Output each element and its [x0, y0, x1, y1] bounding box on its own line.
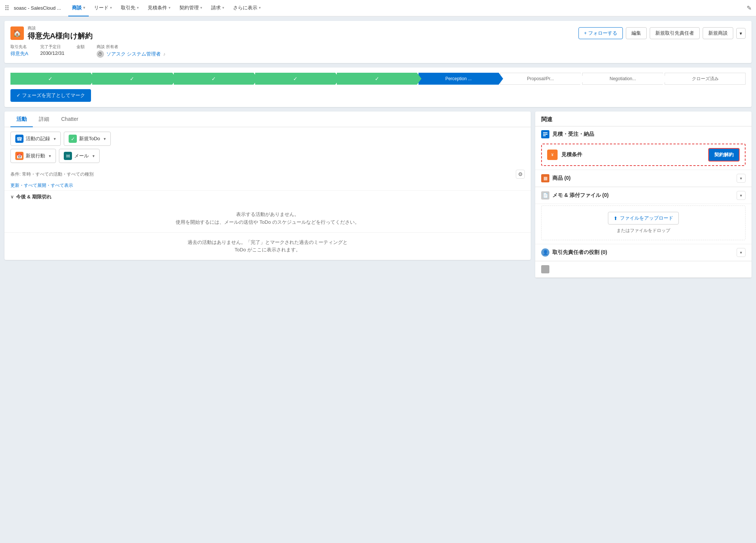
chevron-down-icon: ▾ [83, 6, 85, 10]
log-activity-icon: ☎ [15, 135, 23, 143]
stage-item-closed[interactable]: クローズ済み [665, 73, 746, 85]
check-icon: ✓ [293, 76, 298, 82]
tab-activity[interactable]: 活動 [10, 112, 33, 127]
stage-item-1[interactable]: ✓ [10, 73, 91, 85]
new-todo-button[interactable]: ✓ 新規ToDo ▾ [64, 132, 111, 146]
nav-item-account[interactable]: 取引先 ▾ [117, 0, 142, 16]
activity-action-bar: ☎ 活動の記録 ▾ ✓ 新規ToDo ▾ 📅 新規行動 [4, 127, 531, 167]
chevron-down-icon: ▾ [222, 6, 224, 10]
future-section-header: ∨ 今後 & 期限切れ [4, 190, 531, 203]
tab-detail[interactable]: 詳細 [33, 112, 55, 127]
new-event-button[interactable]: 📅 新規行動 ▾ [10, 149, 56, 163]
record-breadcrumb: 商談 [28, 25, 92, 31]
related-header: 関連 [535, 112, 752, 126]
todo-icon: ✓ [69, 135, 77, 143]
quote-section-header: 見積・受注・納品 [535, 126, 752, 142]
new-contact-button[interactable]: 新規取引先責任者 [650, 27, 700, 39]
products-chevron[interactable]: ▾ [737, 174, 746, 183]
check-icon: ✓ [130, 76, 134, 82]
show-all-link[interactable]: すべて表示 [51, 183, 73, 188]
activity-filter-bar: 条件: 常時・すべての活動・すべての種別 ⚙ [4, 167, 531, 181]
email-button[interactable]: ✉ メール ▾ [59, 149, 100, 163]
stage-item-negotiation[interactable]: Negotiation... [582, 73, 663, 85]
chevron-down-icon: ▾ [110, 6, 112, 10]
top-navigation: ⠿ soasc - SalesCloud ... 商談 ▾ リード ▾ 取引先 … [0, 0, 756, 16]
related-card: 関連 見積・受注・納品 [535, 112, 752, 278]
extra-section [535, 261, 752, 278]
products-section-header: ▦ 商品 (0) ▾ [535, 170, 752, 187]
check-icon: ✓ [48, 76, 53, 82]
filter-text: 条件: 常時・すべての活動・すべての種別 [10, 171, 94, 178]
section-collapse-icon[interactable]: ∨ [10, 194, 14, 200]
filter-settings-button[interactable]: ⚙ [516, 170, 525, 179]
stage-item-proposal[interactable]: Proposal/Pr... [500, 73, 581, 85]
owner-label: 商談 所有者 [97, 44, 166, 50]
activity-tabs: 活動 詳細 Chatter [4, 112, 531, 127]
contract-cancel-button[interactable]: 契約解約 [708, 148, 740, 161]
memo-chevron[interactable]: ▾ [737, 191, 746, 200]
tab-chatter[interactable]: Chatter [55, 112, 84, 127]
follow-button[interactable]: + フォローする [578, 27, 623, 39]
check-icon: ✓ [375, 76, 379, 82]
chevron-down-icon: ▾ [92, 154, 95, 158]
upload-icon: ⬆ [614, 216, 618, 221]
account-link[interactable]: 得意先A [10, 50, 28, 57]
update-links-bar: 更新・すべて展開・すべて表示 [4, 181, 531, 190]
complete-phase-button[interactable]: ✓ フェーズを完了としてマーク [10, 89, 91, 102]
contact-role-chevron[interactable]: ▾ [737, 248, 746, 257]
past-activity-message: 過去の活動はありません。「完了」とマークされた過去のミーティングと ToDo が… [4, 232, 531, 260]
memo-label: メモ & 添付ファイル (0) [552, 192, 734, 199]
stage-item-2[interactable]: ✓ [92, 73, 172, 85]
nav-item-quote[interactable]: 見積条件 ▾ [144, 0, 174, 16]
stage-progress-card: ✓ ✓ ✓ ✓ ✓ Perception ... Proposal/Pr... … [4, 68, 752, 107]
quote-section-title: 見積・受注・納品 [552, 131, 746, 138]
event-icon: 📅 [15, 152, 23, 160]
email-icon: ✉ [64, 152, 72, 160]
nav-item-shodan[interactable]: 商談 ▾ [68, 0, 89, 16]
nav-item-more[interactable]: さらに表示 ▾ [229, 0, 264, 16]
nav-item-invoice[interactable]: 請求 ▾ [207, 0, 228, 16]
extra-icon [541, 265, 549, 273]
actions-dropdown-button[interactable]: ▾ [736, 28, 746, 39]
update-link[interactable]: 更新 [10, 183, 19, 188]
record-metadata: 取引先名 得意先A 完了予定日 2030/12/31 金額 商談 所有者 ⏱ ソ… [10, 44, 746, 58]
activity-card: 活動 詳細 Chatter ☎ 活動の記録 ▾ ✓ 新規ToDo [4, 112, 531, 260]
products-section: ▦ 商品 (0) ▾ [535, 170, 752, 187]
expand-all-link[interactable]: すべて展開 [24, 183, 46, 188]
record-type-icon: 🏠 [10, 26, 24, 40]
action-row-2: 📅 新規行動 ▾ ✉ メール ▾ [10, 149, 525, 163]
stage-item-3[interactable]: ✓ [174, 73, 254, 85]
close-date-label: 完了予定日 [40, 44, 65, 50]
new-opp-button[interactable]: 新規商談 [703, 27, 733, 39]
app-grid-icon[interactable]: ⠿ [4, 4, 9, 12]
chevron-down-icon: ▾ [169, 6, 170, 10]
close-date-value: 2030/12/31 [40, 50, 65, 56]
nav-item-lead[interactable]: リード ▾ [90, 0, 116, 16]
products-icon: ▦ [541, 174, 549, 182]
memo-icon: 📄 [541, 191, 549, 200]
svg-text:¥: ¥ [551, 153, 553, 157]
two-column-layout: 活動 詳細 Chatter ☎ 活動の記録 ▾ ✓ 新規ToDo [4, 112, 752, 278]
related-panel: 関連 見積・受注・納品 [535, 112, 752, 278]
app-name: soasc - SalesCloud ... [14, 5, 61, 11]
check-icon: ✓ [211, 76, 216, 82]
chevron-down-icon: ▾ [137, 6, 139, 10]
nav-item-contract[interactable]: 契約管理 ▾ [176, 0, 206, 16]
owner-name[interactable]: ソアスク システム管理者 [106, 51, 161, 57]
empty-activity-message: 表示する活動がありません。 使用を開始するには、メールの送信や ToDo のスケ… [4, 203, 531, 232]
drop-text: またはファイルをドロップ [548, 227, 739, 234]
stage-item-5[interactable]: ✓ [337, 73, 417, 85]
main-content: 🏠 商談 得意先A様向け解約 + フォローする 編集 新規取引先責任者 新規商談… [0, 16, 756, 543]
stage-item-4[interactable]: ✓ [255, 73, 335, 85]
upload-button[interactable]: ⬆ ファイルをアップロード [608, 212, 679, 225]
stage-item-perception[interactable]: Perception ... [418, 73, 499, 85]
chevron-down-icon: ▾ [200, 6, 202, 10]
record-action-bar: + フォローする 編集 新規取引先責任者 新規商談 ▾ [578, 27, 746, 39]
file-upload-area: ⬆ ファイルをアップロード またはファイルをドロップ [541, 205, 746, 240]
log-activity-button[interactable]: ☎ 活動の記録 ▾ [10, 132, 61, 146]
edit-button[interactable]: 編集 [626, 27, 647, 39]
contact-role-icon: 👤 [541, 248, 549, 257]
owner-edit-icon[interactable]: ♪ [163, 51, 165, 57]
edit-nav-icon[interactable]: ✎ [747, 4, 752, 12]
chevron-down-icon: ▾ [54, 136, 56, 141]
